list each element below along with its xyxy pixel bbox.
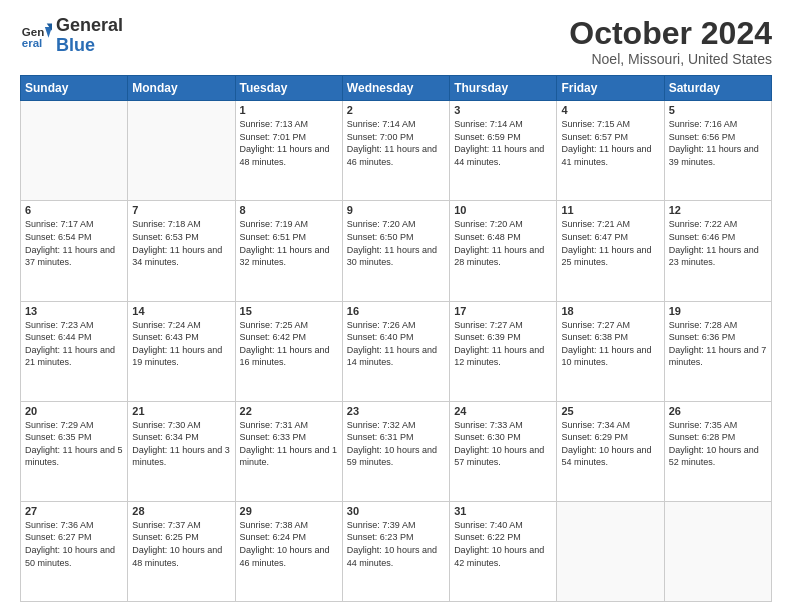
daylight-text: Daylight: 11 hours and 16 minutes.: [240, 344, 338, 369]
sunrise-text: Sunrise: 7:34 AM: [561, 419, 659, 432]
sunrise-text: Sunrise: 7:27 AM: [561, 319, 659, 332]
cell-info: Sunrise: 7:16 AM Sunset: 6:56 PM Dayligh…: [669, 118, 767, 168]
daylight-text: Daylight: 11 hours and 3 minutes.: [132, 444, 230, 469]
calendar-cell: 1 Sunrise: 7:13 AM Sunset: 7:01 PM Dayli…: [235, 101, 342, 201]
day-number: 12: [669, 204, 767, 216]
calendar-cell: 13 Sunrise: 7:23 AM Sunset: 6:44 PM Dayl…: [21, 301, 128, 401]
day-number: 27: [25, 505, 123, 517]
cell-info: Sunrise: 7:28 AM Sunset: 6:36 PM Dayligh…: [669, 319, 767, 369]
sunset-text: Sunset: 6:33 PM: [240, 431, 338, 444]
calendar-cell: 18 Sunrise: 7:27 AM Sunset: 6:38 PM Dayl…: [557, 301, 664, 401]
sunset-text: Sunset: 6:25 PM: [132, 531, 230, 544]
day-header-wednesday: Wednesday: [342, 76, 449, 101]
day-header-thursday: Thursday: [450, 76, 557, 101]
cell-info: Sunrise: 7:37 AM Sunset: 6:25 PM Dayligh…: [132, 519, 230, 569]
day-number: 10: [454, 204, 552, 216]
calendar-cell: 31 Sunrise: 7:40 AM Sunset: 6:22 PM Dayl…: [450, 501, 557, 601]
daylight-text: Daylight: 11 hours and 5 minutes.: [25, 444, 123, 469]
daylight-text: Daylight: 11 hours and 32 minutes.: [240, 244, 338, 269]
sunrise-text: Sunrise: 7:29 AM: [25, 419, 123, 432]
calendar-cell: 30 Sunrise: 7:39 AM Sunset: 6:23 PM Dayl…: [342, 501, 449, 601]
cell-info: Sunrise: 7:20 AM Sunset: 6:48 PM Dayligh…: [454, 218, 552, 268]
calendar-cell: 11 Sunrise: 7:21 AM Sunset: 6:47 PM Dayl…: [557, 201, 664, 301]
sunrise-text: Sunrise: 7:16 AM: [669, 118, 767, 131]
day-number: 8: [240, 204, 338, 216]
cell-info: Sunrise: 7:19 AM Sunset: 6:51 PM Dayligh…: [240, 218, 338, 268]
month-title: October 2024: [569, 16, 772, 51]
sunrise-text: Sunrise: 7:40 AM: [454, 519, 552, 532]
sunrise-text: Sunrise: 7:15 AM: [561, 118, 659, 131]
daylight-text: Daylight: 11 hours and 25 minutes.: [561, 244, 659, 269]
calendar-cell: 29 Sunrise: 7:38 AM Sunset: 6:24 PM Dayl…: [235, 501, 342, 601]
cell-info: Sunrise: 7:35 AM Sunset: 6:28 PM Dayligh…: [669, 419, 767, 469]
calendar-week-row: 6 Sunrise: 7:17 AM Sunset: 6:54 PM Dayli…: [21, 201, 772, 301]
daylight-text: Daylight: 11 hours and 28 minutes.: [454, 244, 552, 269]
day-number: 31: [454, 505, 552, 517]
sunrise-text: Sunrise: 7:24 AM: [132, 319, 230, 332]
sunrise-text: Sunrise: 7:23 AM: [25, 319, 123, 332]
calendar-week-row: 1 Sunrise: 7:13 AM Sunset: 7:01 PM Dayli…: [21, 101, 772, 201]
cell-info: Sunrise: 7:14 AM Sunset: 6:59 PM Dayligh…: [454, 118, 552, 168]
cell-info: Sunrise: 7:31 AM Sunset: 6:33 PM Dayligh…: [240, 419, 338, 469]
cell-info: Sunrise: 7:39 AM Sunset: 6:23 PM Dayligh…: [347, 519, 445, 569]
sunset-text: Sunset: 6:24 PM: [240, 531, 338, 544]
day-number: 9: [347, 204, 445, 216]
day-number: 2: [347, 104, 445, 116]
day-number: 11: [561, 204, 659, 216]
logo-blue: Blue: [56, 35, 95, 55]
day-number: 21: [132, 405, 230, 417]
sunset-text: Sunset: 6:31 PM: [347, 431, 445, 444]
calendar-cell: 10 Sunrise: 7:20 AM Sunset: 6:48 PM Dayl…: [450, 201, 557, 301]
sunset-text: Sunset: 7:01 PM: [240, 131, 338, 144]
sunrise-text: Sunrise: 7:25 AM: [240, 319, 338, 332]
daylight-text: Daylight: 11 hours and 30 minutes.: [347, 244, 445, 269]
cell-info: Sunrise: 7:30 AM Sunset: 6:34 PM Dayligh…: [132, 419, 230, 469]
sunrise-text: Sunrise: 7:14 AM: [347, 118, 445, 131]
sunset-text: Sunset: 6:53 PM: [132, 231, 230, 244]
sunset-text: Sunset: 6:48 PM: [454, 231, 552, 244]
calendar-cell: 27 Sunrise: 7:36 AM Sunset: 6:27 PM Dayl…: [21, 501, 128, 601]
daylight-text: Daylight: 10 hours and 44 minutes.: [347, 544, 445, 569]
sunset-text: Sunset: 6:50 PM: [347, 231, 445, 244]
sunrise-text: Sunrise: 7:37 AM: [132, 519, 230, 532]
day-header-tuesday: Tuesday: [235, 76, 342, 101]
calendar-cell: 3 Sunrise: 7:14 AM Sunset: 6:59 PM Dayli…: [450, 101, 557, 201]
day-number: 25: [561, 405, 659, 417]
day-number: 15: [240, 305, 338, 317]
cell-info: Sunrise: 7:38 AM Sunset: 6:24 PM Dayligh…: [240, 519, 338, 569]
day-header-friday: Friday: [557, 76, 664, 101]
sunrise-text: Sunrise: 7:20 AM: [454, 218, 552, 231]
daylight-text: Daylight: 11 hours and 14 minutes.: [347, 344, 445, 369]
sunset-text: Sunset: 6:34 PM: [132, 431, 230, 444]
day-number: 7: [132, 204, 230, 216]
cell-info: Sunrise: 7:21 AM Sunset: 6:47 PM Dayligh…: [561, 218, 659, 268]
cell-info: Sunrise: 7:34 AM Sunset: 6:29 PM Dayligh…: [561, 419, 659, 469]
cell-info: Sunrise: 7:22 AM Sunset: 6:46 PM Dayligh…: [669, 218, 767, 268]
calendar-cell: 25 Sunrise: 7:34 AM Sunset: 6:29 PM Dayl…: [557, 401, 664, 501]
sunset-text: Sunset: 6:47 PM: [561, 231, 659, 244]
sunrise-text: Sunrise: 7:20 AM: [347, 218, 445, 231]
calendar-cell: [21, 101, 128, 201]
logo-icon: Gen eral: [20, 20, 52, 52]
sunset-text: Sunset: 6:57 PM: [561, 131, 659, 144]
sunrise-text: Sunrise: 7:36 AM: [25, 519, 123, 532]
calendar-cell: 16 Sunrise: 7:26 AM Sunset: 6:40 PM Dayl…: [342, 301, 449, 401]
sunset-text: Sunset: 6:36 PM: [669, 331, 767, 344]
calendar-cell: 2 Sunrise: 7:14 AM Sunset: 7:00 PM Dayli…: [342, 101, 449, 201]
sunset-text: Sunset: 6:30 PM: [454, 431, 552, 444]
svg-text:eral: eral: [22, 36, 43, 48]
sunrise-text: Sunrise: 7:21 AM: [561, 218, 659, 231]
page: Gen eral General Blue October 2024 Noel,…: [0, 0, 792, 612]
sunset-text: Sunset: 6:38 PM: [561, 331, 659, 344]
title-block: October 2024 Noel, Missouri, United Stat…: [569, 16, 772, 67]
day-number: 17: [454, 305, 552, 317]
sunset-text: Sunset: 6:56 PM: [669, 131, 767, 144]
calendar-cell: 22 Sunrise: 7:31 AM Sunset: 6:33 PM Dayl…: [235, 401, 342, 501]
cell-info: Sunrise: 7:27 AM Sunset: 6:39 PM Dayligh…: [454, 319, 552, 369]
cell-info: Sunrise: 7:33 AM Sunset: 6:30 PM Dayligh…: [454, 419, 552, 469]
cell-info: Sunrise: 7:26 AM Sunset: 6:40 PM Dayligh…: [347, 319, 445, 369]
day-number: 20: [25, 405, 123, 417]
sunrise-text: Sunrise: 7:33 AM: [454, 419, 552, 432]
sunset-text: Sunset: 6:43 PM: [132, 331, 230, 344]
sunset-text: Sunset: 7:00 PM: [347, 131, 445, 144]
